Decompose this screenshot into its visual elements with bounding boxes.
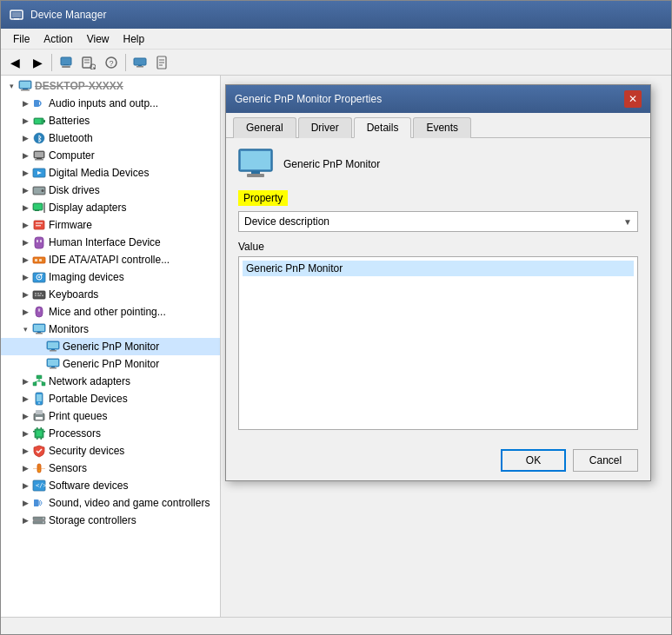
digital-media-expand-icon[interactable]: ▶ bbox=[18, 166, 32, 180]
imaging-label: Imaging devices bbox=[49, 269, 124, 285]
tree-imaging[interactable]: ▶ Imaging devices bbox=[1, 268, 220, 286]
firmware-expand-icon[interactable]: ▶ bbox=[18, 218, 32, 232]
tab-general[interactable]: General bbox=[233, 117, 296, 138]
display-icon bbox=[32, 201, 46, 215]
svg-rect-58 bbox=[37, 293, 39, 294]
tree-portable[interactable]: ▶ Portable Devices bbox=[1, 390, 220, 407]
computer-expand-icon[interactable]: ▶ bbox=[18, 149, 32, 162]
tab-details[interactable]: Details bbox=[354, 117, 412, 138]
imaging-expand-icon[interactable]: ▶ bbox=[18, 270, 32, 284]
tree-root[interactable]: ▾ DESKTOP-XXXXX bbox=[1, 77, 220, 95]
svg-rect-68 bbox=[37, 332, 41, 333]
menu-help[interactable]: Help bbox=[118, 31, 150, 47]
hid-expand-icon[interactable]: ▶ bbox=[18, 235, 32, 249]
sound-expand-icon[interactable]: ▶ bbox=[18, 496, 32, 510]
tree-hid[interactable]: ▶ Human Interface Device bbox=[1, 234, 220, 251]
tree-security[interactable]: ▶ Security devices bbox=[1, 442, 220, 460]
tree-batteries[interactable]: ▶ Batteries bbox=[1, 112, 220, 129]
svg-rect-99 bbox=[38, 470, 40, 472]
tab-driver[interactable]: Driver bbox=[298, 117, 352, 138]
svg-line-82 bbox=[35, 380, 39, 382]
ide-expand-icon[interactable]: ▶ bbox=[18, 253, 32, 267]
ide-icon bbox=[32, 253, 46, 267]
svg-rect-48 bbox=[40, 240, 42, 242]
svg-point-38 bbox=[42, 189, 44, 192]
value-box: Generic PnP Monitor bbox=[238, 256, 638, 430]
svg-rect-4 bbox=[63, 64, 69, 65]
monitors-icon bbox=[32, 322, 46, 336]
display-expand-icon[interactable]: ▶ bbox=[18, 201, 32, 215]
tree-bluetooth[interactable]: ▶ ᛒ Bluetooth bbox=[1, 129, 220, 147]
tree-network[interactable]: ▶ Network adapters bbox=[1, 373, 220, 390]
tab-events[interactable]: Events bbox=[413, 117, 471, 138]
svg-rect-45 bbox=[36, 225, 41, 227]
tree-sound[interactable]: ▶ Sound, video and game controllers bbox=[1, 494, 220, 512]
forward-button[interactable]: ▶ bbox=[27, 52, 48, 73]
tree-software[interactable]: ▶ </> Software devices bbox=[1, 477, 220, 494]
tree-computer[interactable]: ▶ Computer bbox=[1, 147, 220, 164]
storage-expand-icon[interactable]: ▶ bbox=[18, 513, 32, 527]
svg-rect-57 bbox=[35, 293, 37, 294]
audio-expand-icon[interactable]: ▶ bbox=[18, 96, 32, 110]
tree-digital-media[interactable]: ▶ Digital Media Devices bbox=[1, 164, 220, 182]
dialog-close-button[interactable]: ✕ bbox=[624, 90, 642, 108]
tree-monitor-2[interactable]: Generic PnP Monitor bbox=[1, 355, 220, 373]
tree-storage[interactable]: ▶ Storage controllers bbox=[1, 512, 220, 529]
tree-monitors[interactable]: ▾ Monitors bbox=[1, 321, 220, 338]
svg-rect-75 bbox=[48, 360, 58, 366]
menu-file[interactable]: File bbox=[8, 31, 35, 47]
print-icon bbox=[32, 409, 46, 423]
portable-expand-icon[interactable]: ▶ bbox=[18, 392, 32, 406]
tree-ide[interactable]: ▶ IDE ATA/ATAPI controlle... bbox=[1, 251, 220, 268]
firmware-label: Firmware bbox=[49, 217, 92, 233]
svg-rect-27 bbox=[35, 119, 41, 123]
help-button[interactable]: ? bbox=[101, 52, 122, 73]
tree-mice[interactable]: ▶ Mice and other pointing... bbox=[1, 303, 220, 321]
scan-button[interactable] bbox=[78, 52, 99, 73]
property-dropdown[interactable]: Device description ▼ bbox=[238, 211, 638, 232]
tree-monitor-1[interactable]: Generic PnP Monitor bbox=[1, 338, 220, 355]
network-expand-icon[interactable]: ▶ bbox=[18, 374, 32, 388]
root-label: DESKTOP-XXXXX bbox=[35, 78, 123, 94]
tree-display[interactable]: ▶ Display adapters bbox=[1, 199, 220, 216]
svg-line-10 bbox=[94, 67, 96, 69]
device-tree[interactable]: ▾ DESKTOP-XXXXX ▶ bbox=[1, 76, 221, 617]
back-button[interactable]: ◀ bbox=[4, 52, 25, 73]
storage-label: Storage controllers bbox=[49, 513, 136, 528]
dialog-title-bar: Generic PnP Monitor Properties ✕ bbox=[226, 85, 650, 113]
tree-keyboards[interactable]: ▶ Keyboards bbox=[1, 286, 220, 303]
security-expand-icon[interactable]: ▶ bbox=[18, 444, 32, 458]
monitors-expand-icon[interactable]: ▾ bbox=[18, 322, 32, 336]
software-expand-icon[interactable]: ▶ bbox=[18, 479, 32, 493]
keyboards-expand-icon[interactable]: ▶ bbox=[18, 288, 32, 301]
tree-print[interactable]: ▶ Print queues bbox=[1, 407, 220, 425]
svg-rect-69 bbox=[36, 333, 43, 334]
sound-label: Sound, video and game controllers bbox=[49, 495, 210, 511]
svg-rect-26 bbox=[43, 120, 45, 122]
bluetooth-expand-icon[interactable]: ▶ bbox=[18, 131, 32, 145]
properties2-button[interactable] bbox=[152, 52, 173, 73]
processors-expand-icon[interactable]: ▶ bbox=[18, 427, 32, 440]
disk-label: Disk drives bbox=[49, 182, 100, 198]
menu-action[interactable]: Action bbox=[38, 31, 77, 47]
mice-expand-icon[interactable]: ▶ bbox=[18, 305, 32, 319]
ok-button[interactable]: OK bbox=[501, 449, 566, 472]
tree-sensors[interactable]: ▶ Sensors bbox=[1, 460, 220, 477]
sensors-expand-icon[interactable]: ▶ bbox=[18, 461, 32, 475]
disk-expand-icon[interactable]: ▶ bbox=[18, 183, 32, 197]
print-expand-icon[interactable]: ▶ bbox=[18, 409, 32, 423]
tree-processors[interactable]: ▶ Processors bbox=[1, 425, 220, 442]
cancel-button[interactable]: Cancel bbox=[573, 449, 638, 472]
root-expand-icon[interactable]: ▾ bbox=[4, 79, 18, 93]
tree-firmware[interactable]: ▶ Firmware bbox=[1, 216, 220, 234]
svg-rect-55 bbox=[40, 274, 43, 275]
menu-view[interactable]: View bbox=[82, 31, 115, 47]
tree-disk[interactable]: ▶ Disk drives bbox=[1, 182, 220, 199]
tree-audio[interactable]: ▶ Audio inputs and outp... bbox=[1, 95, 220, 112]
device-manager-icon[interactable] bbox=[130, 52, 150, 73]
batteries-expand-icon[interactable]: ▶ bbox=[18, 114, 32, 128]
svg-rect-31 bbox=[35, 152, 43, 157]
properties-button[interactable] bbox=[56, 52, 77, 73]
svg-rect-77 bbox=[50, 367, 57, 369]
value-item: Generic PnP Monitor bbox=[243, 261, 634, 276]
